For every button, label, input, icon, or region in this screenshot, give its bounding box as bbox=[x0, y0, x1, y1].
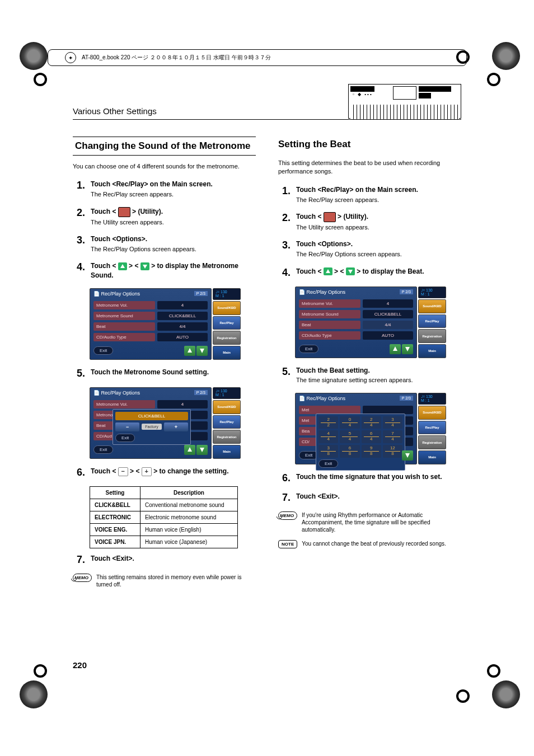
step-title: Touch < > < > to display the Metronome S… bbox=[91, 261, 256, 280]
binding-spiral-icon bbox=[20, 680, 48, 708]
up-button[interactable] bbox=[390, 344, 401, 354]
step-title: Touch the Metronome Sound setting. bbox=[91, 368, 256, 377]
register-mark-icon: ✦ bbox=[65, 52, 76, 63]
step-3: 3. Touch <Options>. The Rec/Play Options… bbox=[278, 240, 461, 259]
note-block: NOTE You cannot change the beat of previ… bbox=[278, 540, 461, 548]
tempo-display: ♩= 130M : 1 bbox=[213, 387, 241, 399]
exit-button[interactable]: Exit bbox=[299, 345, 318, 353]
timesig-button[interactable]: 68 bbox=[340, 445, 359, 458]
step-number: 7. bbox=[73, 554, 85, 566]
keyboard-illustration: ▫ ◆ ••• bbox=[348, 84, 461, 119]
screenshot-options: 📄 Rec/Play Options P 2/3 Metronome Vol.4… bbox=[90, 288, 241, 360]
minus-icon: − bbox=[118, 467, 128, 476]
header-text: AT-800_e.book 220 ページ ２００８年１０月１５日 水曜日 午前… bbox=[82, 54, 271, 62]
step-5: 5. Touch the Beat setting. The time sign… bbox=[278, 366, 461, 385]
step-number: 3. bbox=[73, 234, 85, 246]
rec-play-button[interactable]: Rec/Play bbox=[213, 316, 241, 330]
step-number: 4. bbox=[73, 261, 85, 273]
up-button[interactable] bbox=[184, 346, 195, 356]
section-title: Changing the Sound of the Metronome bbox=[73, 137, 256, 156]
up-arrow-icon bbox=[118, 262, 127, 270]
timesig-button[interactable]: 34 bbox=[383, 416, 402, 429]
minus-button[interactable]: − bbox=[115, 422, 139, 431]
registration-button[interactable]: Registration bbox=[213, 331, 241, 345]
left-column: Changing the Sound of the Metronome You … bbox=[73, 137, 256, 588]
memo-block: MEMO This setting remains stored in memo… bbox=[73, 574, 256, 588]
step-5: 5. Touch the Metronome Sound setting. bbox=[73, 368, 256, 379]
step-2: 2. Touch < > (Utility). The Utility scre… bbox=[73, 207, 256, 227]
exit-button[interactable]: Exit bbox=[93, 346, 113, 355]
timesig-button[interactable]: 38 bbox=[318, 445, 338, 458]
step-number: 6. bbox=[73, 467, 85, 478]
sound-kbd-button[interactable]: Sound/KBD bbox=[213, 301, 241, 315]
down-button[interactable] bbox=[196, 346, 208, 356]
page-number: 220 bbox=[73, 660, 87, 670]
step-desc: The Utility screen appears. bbox=[91, 218, 256, 227]
section-title: Setting the Beat bbox=[278, 137, 461, 152]
memo-text: This setting remains stored in memory ev… bbox=[96, 574, 256, 588]
crop-mark-icon bbox=[456, 689, 470, 703]
popup-exit-button[interactable]: Exit bbox=[318, 459, 338, 468]
step-4: 4. Touch < > < > to display the Beat. bbox=[278, 267, 461, 279]
popup-exit-button[interactable]: Exit bbox=[115, 434, 135, 442]
step-title: Touch <Exit>. bbox=[91, 554, 256, 564]
crop-mark-icon bbox=[34, 664, 47, 678]
note-badge: NOTE bbox=[278, 540, 297, 548]
memo-block: MEMO If you're using Rhythm performance … bbox=[278, 511, 461, 533]
up-arrow-icon bbox=[324, 267, 332, 275]
binding-spiral-icon bbox=[492, 680, 520, 708]
timesig-button[interactable]: 22 bbox=[318, 416, 338, 429]
main-button[interactable]: Main bbox=[213, 346, 241, 360]
right-column: Setting the Beat This setting determines… bbox=[278, 137, 461, 588]
binding-spiral-icon bbox=[20, 42, 48, 70]
memo-badge: MEMO bbox=[73, 574, 92, 582]
timesig-button[interactable]: 64 bbox=[362, 430, 381, 443]
timesig-button[interactable]: 54 bbox=[340, 430, 359, 443]
step-7: 7. Touch <Exit>. bbox=[73, 554, 256, 566]
down-button[interactable] bbox=[196, 445, 208, 455]
utility-icon bbox=[118, 207, 130, 217]
step-title: Touch < > (Utility). bbox=[91, 207, 256, 217]
step-3: 3. Touch <Options>. The Rec/Play Options… bbox=[73, 234, 256, 253]
step-2: 2. Touch < > (Utility). The Utility scre… bbox=[278, 212, 461, 232]
timesig-button[interactable]: 44 bbox=[318, 430, 338, 443]
step-desc: The Rec/Play screen appears. bbox=[91, 190, 256, 199]
screenshot-timesig-popup: 📄 Rec/Play Options P 2/3 Met Met Bea CD/… bbox=[295, 393, 446, 464]
time-signature-grid: 22 04 24 34 44 54 64 74 bbox=[316, 414, 405, 471]
timesig-button[interactable]: 128 bbox=[383, 445, 402, 458]
factory-button[interactable]: Factory bbox=[142, 424, 161, 430]
section-intro: You can choose one of 4 different sounds… bbox=[73, 162, 256, 171]
step-title: Touch < − > < + > to change the setting. bbox=[91, 467, 256, 476]
tempo-display: ♩= 130M : 1 bbox=[213, 288, 241, 300]
value-popup: CLICK&BELL − Factory + Exit bbox=[113, 409, 191, 445]
crop-mark-icon bbox=[487, 73, 500, 86]
timesig-button[interactable]: 98 bbox=[362, 445, 381, 458]
step-number: 2. bbox=[73, 207, 85, 219]
settings-table: SettingDescription CLICK&BELLConventiona… bbox=[90, 486, 238, 548]
exit-button[interactable]: Exit bbox=[93, 445, 113, 454]
plus-button[interactable]: + bbox=[164, 422, 188, 431]
crop-mark-icon bbox=[34, 73, 47, 86]
memo-text: If you're using Rhythm performance or Au… bbox=[302, 511, 461, 533]
section-intro: This setting determines the beat to be u… bbox=[278, 159, 461, 176]
timesig-button[interactable]: 74 bbox=[383, 430, 402, 443]
timesig-button[interactable]: 04 bbox=[340, 416, 359, 429]
memo-badge: MEMO bbox=[278, 511, 297, 520]
step-6: 6. Touch < − > < + > to change the setti… bbox=[73, 467, 256, 478]
timesig-button[interactable]: 24 bbox=[362, 416, 381, 429]
step-7: 7. Touch <Exit>. bbox=[278, 492, 461, 504]
plus-icon: + bbox=[142, 467, 152, 476]
framemaker-header: ✦ AT-800_e.book 220 ページ ２００８年１０月１５日 水曜日 … bbox=[48, 49, 467, 66]
step-1: 1. Touch <Rec/Play> on the Main screen. … bbox=[73, 180, 256, 199]
step-6: 6. Touch the time signature that you wis… bbox=[278, 472, 461, 484]
down-button[interactable] bbox=[402, 450, 413, 461]
step-title: Touch <Options>. bbox=[91, 234, 256, 244]
divider bbox=[73, 119, 461, 120]
binding-spiral-icon bbox=[492, 42, 520, 70]
up-button[interactable] bbox=[184, 445, 195, 455]
step-number: 1. bbox=[73, 180, 85, 191]
down-button[interactable] bbox=[402, 344, 413, 354]
crop-mark-icon bbox=[487, 664, 500, 678]
step-number: 5. bbox=[73, 368, 85, 379]
utility-icon bbox=[324, 212, 336, 222]
